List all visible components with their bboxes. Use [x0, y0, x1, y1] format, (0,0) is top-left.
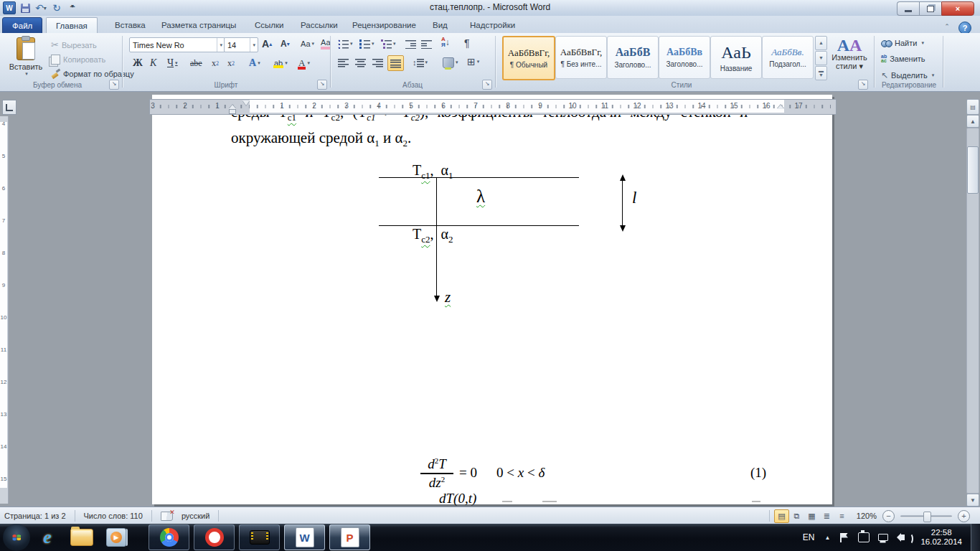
zoom-slider-thumb[interactable] [923, 512, 931, 522]
outline-view-button[interactable]: ≣ [819, 509, 834, 523]
font-color-button[interactable]: А▾ [296, 56, 312, 70]
grow-font-button[interactable]: А▴ [260, 37, 274, 51]
styles-scroll-down-button[interactable]: ▼ [815, 51, 827, 65]
taskbar-media-player-icon[interactable]: ▶ [103, 524, 130, 551]
clock[interactable]: 22:58 16.02.2014 [912, 528, 971, 547]
word-count[interactable]: Число слов: 110 [80, 512, 147, 520]
font-dialog-launcher[interactable]: ↘ [317, 80, 327, 90]
close-button[interactable]: × [941, 1, 974, 16]
vertical-ruler[interactable]: 4 5 6 7 8 9 10 11 12 13 14 15 [0, 116, 9, 504]
taskbar-chrome-button[interactable] [149, 524, 189, 550]
align-right-button[interactable] [370, 55, 385, 70]
safely-remove-hardware-button[interactable] [857, 532, 870, 544]
ruler-toggle-button[interactable]: ▤ [966, 99, 979, 115]
increase-indent-button[interactable] [419, 37, 434, 51]
bold-button[interactable]: Ж [131, 56, 145, 70]
multilevel-list-button[interactable]: ▾ [379, 37, 398, 51]
save-button[interactable] [19, 1, 32, 14]
highlight-button[interactable]: ab▾ [271, 56, 290, 70]
scroll-up-button[interactable]: ▲ [966, 115, 979, 128]
network-button[interactable] [877, 532, 889, 544]
tab-file[interactable]: Файл [2, 17, 42, 34]
change-styles-button[interactable]: AA Изменить стили ▾ [829, 34, 870, 71]
zoom-level[interactable]: 120% [857, 512, 877, 520]
zoom-slider-track[interactable] [900, 515, 952, 517]
strikethrough-button[interactable]: abe [188, 56, 204, 70]
taskbar-powerpoint-button[interactable]: P [329, 524, 370, 550]
shrink-font-button[interactable]: А▾ [278, 37, 292, 51]
style-no-spacing[interactable]: АаБбВвГг, ¶ Без инте... [555, 36, 607, 79]
find-button[interactable]: Найти▾ [881, 39, 924, 47]
clipboard-dialog-launcher[interactable]: ↘ [109, 80, 119, 90]
style-subtitle[interactable]: АаБбВв. Подзагол... [762, 36, 814, 79]
style-heading1[interactable]: АаБбВ Заголово... [607, 36, 659, 79]
styles-scroll-up-button[interactable]: ▲ [815, 36, 827, 50]
taskbar-modem-button[interactable] [239, 524, 280, 550]
tab-addins[interactable]: Надстройки [461, 17, 524, 33]
language-switcher[interactable]: EN [797, 532, 821, 542]
fullscreen-reading-view-button[interactable]: ⧉ [789, 509, 804, 523]
taskbar-opera-button[interactable] [194, 524, 235, 550]
paragraph-dialog-launcher[interactable]: ↘ [482, 80, 492, 90]
first-line-indent-marker[interactable] [242, 100, 250, 105]
superscript-button[interactable]: x2 [225, 56, 237, 70]
show-marks-button[interactable]: ¶ [462, 36, 472, 50]
zoom-out-button[interactable]: − [882, 510, 895, 522]
minimize-ribbon-button[interactable]: ⌃ [941, 23, 953, 32]
tab-references[interactable]: Ссылки [245, 17, 293, 33]
align-center-button[interactable] [353, 55, 368, 70]
volume-button[interactable] [896, 532, 908, 544]
redo-button[interactable]: ↻ [50, 1, 63, 14]
italic-button[interactable]: К [148, 56, 159, 70]
taskbar-ie-icon[interactable]: e [34, 524, 61, 551]
numbering-button[interactable]: ▾ [357, 37, 377, 51]
shading-button[interactable]: ▾ [440, 55, 461, 70]
tab-home[interactable]: Главная [46, 17, 98, 34]
align-left-button[interactable] [336, 55, 351, 70]
left-indent-marker[interactable] [229, 109, 236, 114]
styles-expand-button[interactable]: ▬▼ [815, 66, 827, 80]
tab-view[interactable]: Вид [423, 17, 457, 33]
customize-qat-button[interactable]: ▾▔ [66, 1, 79, 14]
select-button[interactable]: ↖ Выделить▾ [881, 70, 934, 80]
replace-button[interactable]: abac Заменить [881, 55, 925, 63]
draft-view-button[interactable]: ≡ [834, 509, 849, 523]
change-case-button[interactable]: Аа▾ [298, 37, 316, 51]
text-effects-button[interactable]: A▾ [247, 56, 263, 70]
style-normal[interactable]: АаБбВвГг, ¶ Обычный [502, 36, 555, 80]
tab-page-layout[interactable]: Разметка страницы [152, 17, 245, 33]
styles-dialog-launcher[interactable]: ↘ [858, 80, 868, 90]
restore-button[interactable] [919, 1, 941, 16]
line-spacing-button[interactable]: ↕▾ [410, 55, 430, 70]
horizontal-ruler[interactable]: 3 2 1 1 2 3 4 5 6 7 8 9 10 11 12 13 14 1… [149, 99, 837, 115]
page-indicator[interactable]: Страница: 1 из 2 [0, 512, 70, 520]
show-desktop-button[interactable] [971, 524, 980, 551]
word-app-icon[interactable]: W [3, 1, 16, 14]
font-size-combo[interactable]: 14 ▾ [224, 37, 258, 52]
style-heading2[interactable]: АаБбВв Заголово... [659, 36, 710, 79]
tab-mailings[interactable]: Рассылки [291, 17, 347, 33]
tab-review[interactable]: Рецензирование [343, 17, 425, 33]
undo-button[interactable]: ↶▾ [34, 1, 47, 14]
zoom-in-button[interactable]: + [958, 510, 970, 522]
taskbar-word-button[interactable]: W [284, 524, 325, 550]
bullets-button[interactable]: ▾ [336, 37, 355, 51]
scrollbar-thumb[interactable] [967, 146, 979, 194]
minimize-button[interactable] [897, 1, 919, 16]
tab-insert[interactable]: Вставка [105, 17, 155, 33]
subscript-button[interactable]: x2 [209, 56, 221, 70]
sort-button[interactable]: АЯ ↓ [439, 35, 452, 50]
scroll-down-button[interactable]: ▼ [966, 494, 979, 507]
action-center-button[interactable] [838, 532, 850, 544]
paste-button[interactable]: Вставить ▾ [6, 34, 46, 77]
cut-button[interactable]: ✂ Вырезать [49, 39, 99, 51]
right-indent-marker[interactable] [777, 105, 784, 109]
format-painter-button[interactable]: Формат по образцу [49, 67, 136, 80]
web-layout-view-button[interactable]: ▦ [804, 509, 819, 523]
borders-button[interactable]: ⊞▾ [465, 55, 481, 69]
proofing-status[interactable] [156, 512, 177, 521]
document-page[interactable] [152, 95, 832, 504]
underline-button[interactable]: Ч▾ [165, 56, 180, 70]
justify-button[interactable] [387, 55, 404, 71]
font-name-combo[interactable]: Times New Ro ▾ [129, 37, 225, 52]
